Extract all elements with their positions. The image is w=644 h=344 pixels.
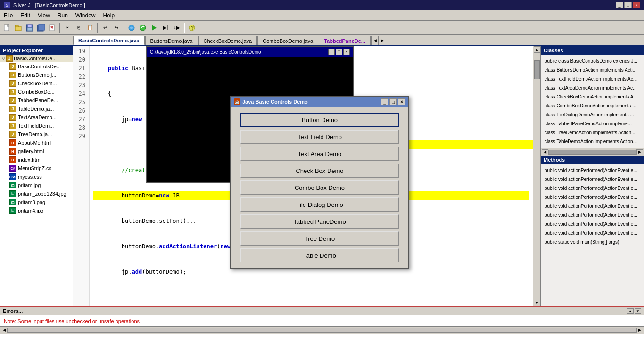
sidebar-item-buttons[interactable]: J ButtonsDemo.j...: [0, 71, 73, 79]
demo-button-tabledemo[interactable]: Table Demo: [240, 248, 399, 262]
method-item-4[interactable]: public void actionPerformed(ActionEvent …: [544, 193, 641, 202]
sidebar-item-gallery[interactable]: H gallery.html: [0, 147, 73, 156]
cut-button[interactable]: ✂: [62, 23, 73, 33]
method-item-2[interactable]: public void actionPerformed(ActionEvent …: [544, 175, 641, 184]
save-button[interactable]: [25, 23, 35, 33]
errors-controls[interactable]: ▲ ▼: [627, 308, 641, 314]
tab-basiccontrolsdemo[interactable]: BasicControlsDemo.java: [73, 36, 145, 45]
demo-window-controls[interactable]: _ □ ×: [381, 98, 405, 105]
sidebar-item-textarea[interactable]: J TextAreaDemo...: [0, 113, 73, 122]
open-button[interactable]: [13, 23, 24, 33]
menu-run[interactable]: Run: [54, 10, 72, 20]
class-item-9[interactable]: class TreeDemoAction implements Action..…: [544, 128, 641, 137]
sidebar-item-combobox[interactable]: J ComboBoxDe...: [0, 88, 73, 96]
class-item-8[interactable]: class TabbedPaneDemoAction impleme...: [544, 119, 641, 128]
cmd-close[interactable]: ×: [343, 49, 350, 55]
sidebar-item-menustrip[interactable]: C# MenuStripZ.cs: [0, 164, 73, 172]
class-item-3[interactable]: class TextFieldDemoAction implements Ac.…: [544, 74, 641, 83]
class-item-5[interactable]: class CheckBoxDemoAction implements A...: [544, 92, 641, 101]
method-item-1[interactable]: public void actionPerformed(ActionEvent …: [544, 166, 641, 175]
method-item-3[interactable]: public void actionPerformed(ActionEvent …: [544, 184, 641, 193]
refresh-button[interactable]: [138, 23, 148, 33]
errors-scroll-down[interactable]: ▼: [635, 308, 641, 314]
demo-button-treedemo[interactable]: Tree Demo: [240, 231, 399, 246]
demo-button-tabbedpane[interactable]: Tabbed PaneDemo: [240, 214, 399, 229]
class-item-2[interactable]: class ButtonsDemoAction implements Acti.…: [544, 66, 641, 74]
tab-comboboxdemo[interactable]: ComboBoxDemo.java: [257, 36, 318, 45]
vertical-scrollbar[interactable]: ▲ ▼: [533, 46, 540, 306]
bottom-scroll-right[interactable]: ▶: [636, 328, 643, 333]
copy-button[interactable]: ⎘: [74, 23, 84, 33]
tab-checkboxdemo[interactable]: CheckBoxDemo.java: [198, 36, 257, 45]
stepover-button[interactable]: ▶|: [160, 23, 171, 33]
method-item-6[interactable]: public void actionPerformed(ActionEvent …: [544, 211, 641, 220]
tab-tabbedpane[interactable]: TabbedPaneDe...: [319, 36, 371, 45]
saveall-button[interactable]: [36, 23, 46, 33]
method-item-9[interactable]: public static void main(String[] args): [544, 238, 641, 246]
tab-scroll-right[interactable]: ▶: [379, 36, 386, 45]
sidebar-item-pritam4[interactable]: 🖼 pritam4.jpg: [0, 206, 73, 215]
cmd-controls[interactable]: _ □ ×: [328, 49, 350, 55]
sidebar-item-tabledemo[interactable]: J TableDemo.ja...: [0, 105, 73, 113]
sidebar-item-tabbedpane[interactable]: J TabbedPaneDe...: [0, 96, 73, 105]
classes-scrollbar[interactable]: ◀ ▶: [541, 148, 644, 156]
class-item-6[interactable]: class ComboBoxDemoAction implements ...: [544, 101, 641, 110]
undo-button[interactable]: ↩: [100, 23, 110, 33]
scroll-right-btn[interactable]: ▶: [636, 149, 643, 155]
sidebar-item-pritam2[interactable]: 🖼 pritam_zope1234.jpg: [0, 189, 73, 198]
paste-button[interactable]: 📋: [85, 23, 95, 33]
scroll-left-btn[interactable]: ◀: [542, 149, 548, 155]
h-scroll-thumb[interactable]: [548, 150, 636, 155]
demo-button-filedialog[interactable]: File Dialog Demo: [240, 197, 399, 212]
bottom-scrollbar[interactable]: ◀ ▶: [0, 326, 644, 334]
sidebar-item-pritam3[interactable]: 🖼 pritam3.png: [0, 198, 73, 206]
minimize-button[interactable]: _: [616, 2, 623, 8]
redo-button[interactable]: ↪: [111, 23, 122, 33]
menu-window[interactable]: Window: [72, 10, 99, 20]
scroll-up-button[interactable]: ▲: [534, 46, 540, 53]
menu-view[interactable]: View: [34, 10, 54, 20]
demo-maximize[interactable]: □: [389, 98, 397, 105]
new-button[interactable]: [2, 23, 12, 33]
method-item-8[interactable]: public void actionPerformed(ActionEvent …: [544, 229, 641, 238]
browse-button[interactable]: [126, 23, 137, 33]
demo-button-textfield[interactable]: Text Field Demo: [240, 130, 399, 144]
cmd-minimize[interactable]: _: [328, 49, 335, 55]
class-item-7[interactable]: class FileDialogDemoAction implements ..…: [544, 110, 641, 119]
menu-file[interactable]: File: [0, 10, 17, 20]
tab-scroll-left[interactable]: ◀: [371, 36, 379, 45]
tab-buttonsdemo[interactable]: ButtonsDemo.java: [145, 36, 198, 45]
sidebar-item-index[interactable]: H index.html: [0, 156, 73, 164]
method-item-5[interactable]: public void actionPerformed(ActionEvent …: [544, 202, 641, 211]
scroll-thumb[interactable]: [534, 60, 540, 79]
demo-close[interactable]: ×: [398, 98, 405, 105]
demo-button-textarea[interactable]: Text Area Demo: [240, 147, 399, 161]
sidebar-item-basiccontrols[interactable]: J BasicControlsDe...: [0, 62, 73, 71]
sidebar-item-pritam[interactable]: 🖼 pritam.jpg: [0, 181, 73, 189]
sidebar-item-aboutme[interactable]: H About-Me.html: [0, 139, 73, 147]
maximize-button[interactable]: □: [624, 2, 632, 8]
demo-button-checkbox[interactable]: Check Box Demo: [240, 164, 399, 178]
menu-edit[interactable]: Edit: [17, 10, 34, 20]
sidebar-item-css[interactable]: CSS mycss.css: [0, 172, 73, 181]
bottom-h-thumb[interactable]: [8, 328, 636, 333]
class-item-4[interactable]: class TextAreaDemoAction implements Ac..…: [544, 83, 641, 92]
run-button[interactable]: [149, 23, 159, 33]
errors-scroll-up[interactable]: ▲: [627, 308, 634, 314]
title-bar-controls[interactable]: _ □ ×: [616, 2, 640, 8]
method-item-7[interactable]: public void actionPerformed(ActionEvent …: [544, 220, 641, 229]
help-button[interactable]: ?: [187, 23, 197, 33]
bottom-scroll-left[interactable]: ◀: [1, 328, 8, 333]
menu-help[interactable]: Help: [99, 10, 119, 20]
scroll-down-button[interactable]: ▼: [534, 300, 540, 306]
sidebar-item-textfield[interactable]: J TextFieldDem...: [0, 122, 73, 130]
stepinto-button[interactable]: ↓▶: [172, 23, 182, 33]
cmd-maximize[interactable]: □: [336, 49, 342, 55]
demo-minimize[interactable]: _: [381, 98, 388, 105]
class-item-1[interactable]: public class BasicControlsDemo extends J…: [544, 57, 641, 66]
close-button[interactable]: ×: [633, 2, 640, 8]
close-file-button[interactable]: [47, 23, 58, 33]
sidebar-item-project[interactable]: ▽ J BasicControlsDe...: [0, 55, 73, 62]
class-item-10[interactable]: class TableDemoAction implements Action.…: [544, 137, 641, 146]
demo-button-buttondemo[interactable]: Button Demo: [240, 113, 399, 127]
